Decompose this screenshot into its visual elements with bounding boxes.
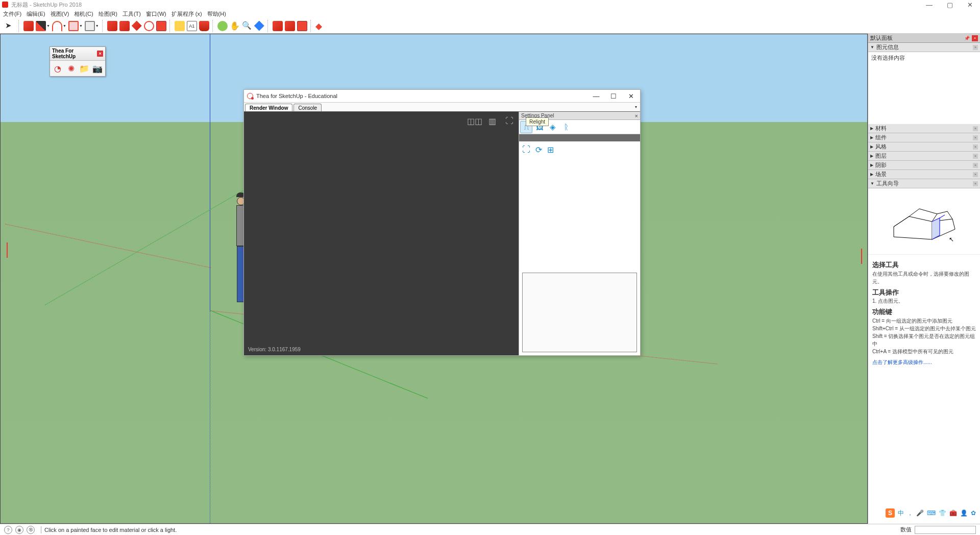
measurement-input[interactable]	[915, 526, 976, 534]
pan-tool-icon[interactable]: ✋	[230, 21, 240, 31]
version-label: Version: 3.0.1167.1959	[248, 347, 301, 352]
thea-floating-toolbar[interactable]: Thea For SketchUp × ◔ ✺ 📁 📷	[50, 46, 106, 77]
rotate-tool-icon[interactable]	[144, 21, 154, 31]
section-styles[interactable]: ▶风格×	[868, 142, 980, 152]
render-viewport[interactable]: ◫◫ ▥ ⛶ Version: 3.0.1167.1959	[244, 112, 519, 355]
region-icon[interactable]: ⛶	[504, 116, 514, 126]
thea-maximize-button[interactable]: ☐	[607, 92, 620, 100]
followme-tool-icon[interactable]	[119, 21, 130, 31]
viewport-marker-left	[7, 242, 8, 258]
section-shadows[interactable]: ▶阴影×	[868, 161, 980, 170]
instructor-op-title: 工具操作	[872, 287, 976, 298]
thea-browse-icon[interactable]: 📁	[79, 63, 90, 74]
refresh-icon[interactable]: ⟳	[535, 145, 542, 155]
ime-toolbox-icon[interactable]: 🧰	[949, 509, 957, 517]
tray-close-icon[interactable]: ×	[972, 35, 978, 41]
viewport-marker-right	[861, 249, 862, 264]
status-user-icon[interactable]: ◉	[15, 526, 23, 534]
sogou-icon[interactable]: S	[886, 508, 895, 518]
ime-settings-icon[interactable]: ✿	[971, 509, 976, 517]
section-instructor[interactable]: ▼工具向导×	[868, 179, 980, 188]
toggle-icon[interactable]: ⊞	[547, 145, 554, 155]
ime-voice-icon[interactable]: 🎤	[916, 509, 924, 517]
move-tool-icon[interactable]	[132, 21, 142, 31]
ime-lang-button[interactable]: 中	[898, 509, 904, 518]
zoom-tool-icon[interactable]: 🔍	[242, 21, 252, 31]
menu-draw[interactable]: 绘图(R)	[99, 10, 117, 18]
histogram-icon[interactable]: ▥	[487, 116, 497, 126]
section-entity-info[interactable]: ▼图元信息×	[868, 43, 980, 52]
axis-blue	[210, 34, 210, 311]
settings-tab-animation-icon[interactable]: ᚱ	[560, 121, 572, 133]
thea-minimize-button[interactable]: —	[590, 92, 602, 100]
entity-info-content: 没有选择内容	[868, 52, 980, 64]
instructor-tool-title: 选择工具	[872, 260, 976, 270]
menu-tools[interactable]: 工具(T)	[122, 10, 141, 18]
thea-render-icon[interactable]: ◔	[52, 63, 63, 74]
instructor-keys-title: 功能键	[872, 307, 976, 317]
section-materials[interactable]: ▶材料×	[868, 124, 980, 133]
menu-extensions[interactable]: 扩展程序 (x)	[172, 10, 202, 18]
thea-dialog-titlebar[interactable]: Thea for SketchUp - Educational — ☐ ✕	[244, 90, 640, 102]
warehouse-icon[interactable]	[273, 21, 283, 31]
status-geo-icon[interactable]: ⦿	[27, 526, 35, 534]
ime-keyboard-icon[interactable]: ⌨	[927, 509, 936, 517]
ime-bar[interactable]: S 中 ， 🎤 ⌨ 👕 🧰 👤 ✿	[886, 508, 976, 518]
compare-icon[interactable]: ◫◫	[470, 116, 480, 126]
menu-camera[interactable]: 相机(C)	[74, 10, 93, 18]
tab-dropdown-icon[interactable]: ▾	[633, 105, 639, 109]
status-help-icon[interactable]: ?	[4, 526, 12, 534]
select-tool-icon[interactable]: ➤	[5, 21, 15, 31]
shapes-tool-icon[interactable]	[85, 21, 95, 31]
section-scenes[interactable]: ▶场景×	[868, 170, 980, 179]
svg-text:↖: ↖	[949, 236, 954, 243]
close-button[interactable]: ✕	[967, 1, 973, 9]
ime-skin-icon[interactable]: 👕	[939, 509, 946, 517]
tray-title: 默认面板	[870, 34, 893, 42]
thea-close-button[interactable]: ✕	[625, 92, 637, 100]
orbit-tool-icon[interactable]	[217, 21, 228, 31]
entity-info-spacer	[868, 64, 980, 124]
thea-settings-icon[interactable]: ✺	[65, 63, 77, 74]
minimize-button[interactable]: —	[926, 1, 933, 9]
menu-help[interactable]: 帮助(H)	[207, 10, 226, 18]
eraser-tool-icon[interactable]	[23, 21, 34, 31]
menu-file[interactable]: 文件(F)	[3, 10, 21, 18]
text-tool-icon[interactable]: A1	[187, 21, 197, 31]
instructor-key-shift-ctrl: Shift+Ctrl = 从一组选定的图元中去掉某个图元	[872, 325, 976, 332]
menu-edit[interactable]: 编辑(E)	[27, 10, 45, 18]
thea-camera-icon[interactable]: 📷	[92, 63, 103, 74]
pin-icon[interactable]: 📌	[964, 36, 970, 41]
arc-tool-icon[interactable]	[52, 21, 62, 31]
tray-header[interactable]: 默认面板 📌 ×	[868, 34, 980, 43]
rectangle-tool-icon[interactable]	[68, 21, 79, 31]
settings-panel: Settings Panel × ⎍ 🖼 ◈ ᚱ ⛶ ⟳ ⊞	[519, 112, 640, 355]
pushpull-tool-icon[interactable]	[107, 21, 117, 31]
scale-tool-icon[interactable]	[156, 21, 166, 31]
tab-render-window[interactable]: Render Window	[245, 104, 292, 111]
section-components[interactable]: ▶组件×	[868, 133, 980, 142]
thea-dialog: Thea for SketchUp - Educational — ☐ ✕ Re…	[243, 89, 641, 356]
tab-console[interactable]: Console	[293, 104, 322, 111]
tape-tool-icon[interactable]	[175, 21, 185, 31]
instructor-illustration: ↖	[868, 188, 980, 255]
paint-tool-icon[interactable]	[199, 21, 209, 31]
maximize-button[interactable]: ▢	[947, 1, 953, 9]
ext-warehouse-icon[interactable]	[285, 21, 295, 31]
pencil-tool-icon[interactable]	[36, 21, 46, 31]
zoom-extents-icon[interactable]	[254, 21, 264, 31]
crop-icon[interactable]: ⛶	[522, 145, 530, 154]
settings-panel-close-icon[interactable]: ×	[635, 113, 638, 119]
app-icon	[2, 2, 8, 8]
section-layers[interactable]: ▶图层×	[868, 152, 980, 161]
ime-user-icon[interactable]: 👤	[960, 509, 968, 517]
instructor-more-link[interactable]: 点击了解更多高级操作......	[872, 358, 976, 366]
menu-window[interactable]: 窗口(W)	[146, 10, 166, 18]
3d-viewport[interactable]: Thea For SketchUp × ◔ ✺ 📁 📷 Thea for Ske…	[0, 34, 868, 524]
thea-toolbar-close-icon[interactable]: ×	[97, 51, 103, 57]
ime-punct-button[interactable]: ，	[907, 509, 913, 518]
layout-icon[interactable]	[297, 21, 307, 31]
thea-toolbar-title[interactable]: Thea For SketchUp ×	[50, 47, 105, 61]
menu-view[interactable]: 视图(V)	[51, 10, 69, 18]
ruby-icon[interactable]: ◆	[315, 21, 326, 31]
